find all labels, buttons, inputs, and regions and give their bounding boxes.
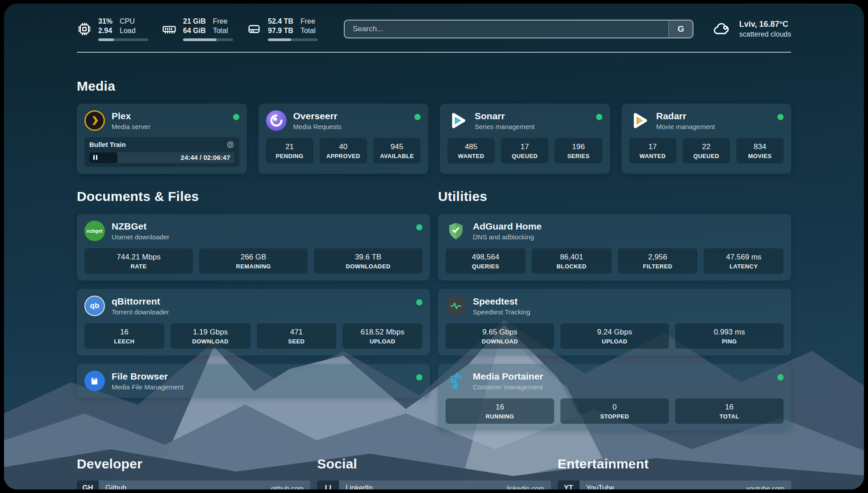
service-subtitle: Media Requests — [293, 123, 408, 130]
stat-pending: 21 PENDING — [266, 138, 313, 163]
service-subtitle: Series management — [475, 123, 589, 130]
stat-upload: 618.52 Mbps UPLOAD — [342, 323, 422, 349]
cpu-label: CPU — [120, 17, 136, 26]
search-input[interactable] — [345, 21, 668, 38]
stat-running: 16 RUNNING — [446, 398, 554, 424]
disk-total-value: 97.9 TB — [268, 26, 293, 36]
service-name: AdGuard Home — [473, 221, 784, 232]
playback-progress-bar[interactable]: 24:44 / 02:06:47 — [89, 152, 234, 163]
service-card-speedtest[interactable]: Speedtest Speedtest Tracking 9.65 Gbps D… — [438, 289, 791, 355]
section-title-entertainment: Entertainment — [558, 456, 791, 472]
disk-total-label: Total — [300, 26, 316, 36]
stat-queries: 498,564 QUERIES — [446, 248, 526, 274]
bookmark-url: youtube.com — [746, 485, 785, 489]
status-online-dot — [233, 114, 239, 120]
service-card-sonarr[interactable]: Sonarr Series management 485 WANTED 17 Q… — [440, 104, 610, 174]
bookmark-github[interactable]: GH Github github.com — [77, 480, 310, 489]
service-name: Plex — [112, 110, 226, 121]
service-card-adguard[interactable]: AdGuard Home DNS and adblocking 498,564 … — [438, 214, 791, 280]
cpu-load-value: 2.94 — [98, 26, 113, 36]
dashboard-screen: 31% 2.94 CPU Load — [4, 4, 864, 489]
ram-total-label: Total — [213, 26, 228, 36]
service-subtitle: Movie management — [656, 123, 771, 130]
status-online-dot — [416, 374, 422, 380]
stat-remaining: 266 GB REMAINING — [199, 248, 308, 274]
stat-blocked: 86,401 BLOCKED — [532, 248, 612, 274]
service-card-plex[interactable]: Plex Media server Bullet Train — [77, 104, 247, 174]
ram-labels: Free Total — [213, 17, 228, 36]
header-divider — [77, 52, 791, 53]
stat-leech: 16 LEECH — [84, 323, 164, 349]
section-title-social: Social — [317, 456, 551, 472]
service-card-nzbget[interactable]: nzbget NZBGet Usenet downloader 744.21 M… — [77, 214, 430, 280]
section-entertainment: Entertainment YT YouTube youtube.com NF … — [558, 456, 791, 489]
section-media: Media Plex Media server — [77, 79, 791, 174]
stat-movies: 834 MOVIES — [736, 138, 784, 163]
service-subtitle: DNS and adblocking — [473, 233, 784, 241]
bookmark-url: linkedin.com — [507, 485, 544, 489]
stat-downloaded: 39.6 TB DOWNLOADED — [314, 248, 422, 274]
service-name: Sonarr — [475, 110, 589, 121]
weather-condition: scattered clouds — [739, 29, 791, 39]
ram-widget: 21 GiB 64 GiB Free Total — [162, 17, 233, 41]
cpu-load-label: Load — [120, 26, 136, 36]
stat-total: 16 TOTAL — [675, 398, 784, 424]
stat-upload: 9.24 Gbps UPLOAD — [560, 323, 669, 349]
service-card-overseerr[interactable]: Overseerr Media Requests 21 PENDING 40 A… — [259, 104, 429, 174]
sonarr-icon — [447, 110, 468, 131]
service-subtitle: Speedtest Tracking — [473, 308, 784, 316]
cpu-chip-icon — [77, 21, 92, 37]
stat-wanted: 17 WANTED — [629, 138, 676, 163]
ram-icon — [162, 21, 177, 37]
status-online-dot — [777, 114, 784, 120]
stat-wanted: 485 WANTED — [447, 138, 495, 163]
plex-now-playing-panel: Bullet Train 24:44 / 02:06:47 — [84, 137, 239, 167]
section-title-utilities: Utilities — [438, 189, 791, 204]
bookmark-linkedin[interactable]: LI LinkedIn linkedin.com — [317, 480, 551, 489]
status-online-dot — [416, 224, 422, 230]
status-online-dot — [777, 374, 784, 380]
section-utilities: Utilities — [438, 189, 791, 430]
section-documents-files: Documents & Files nzbget NZBGet Usenet d… — [77, 189, 430, 430]
disk-values: 52.4 TB 97.9 TB — [268, 17, 293, 36]
ram-values: 21 GiB 64 GiB — [183, 17, 206, 36]
stat-latency: 47.569 ms LATENCY — [704, 248, 784, 274]
speedtest-pulse-icon — [446, 296, 466, 316]
disk-free-label: Free — [300, 17, 316, 26]
pause-icon[interactable] — [93, 155, 97, 160]
status-online-dot — [416, 299, 422, 305]
service-name: Radarr — [656, 110, 771, 121]
disk-progress-bar — [268, 38, 318, 41]
service-card-filebrowser[interactable]: File Browser Media File Management — [77, 364, 430, 398]
stat-stopped: 0 STOPPED — [560, 398, 669, 424]
service-name: Media Portainer — [473, 371, 771, 382]
qbittorrent-icon: qb — [84, 296, 105, 316]
weather-widget: Lviv, 16.87°C scattered clouds — [712, 19, 791, 39]
ram-free-label: Free — [213, 17, 228, 26]
search-bar[interactable]: G — [344, 20, 693, 38]
stat-seed: 471 SEED — [257, 323, 337, 349]
ram-progress-bar — [183, 38, 233, 41]
now-playing-title: Bullet Train — [89, 141, 126, 148]
bookmark-name: YouTube — [586, 484, 614, 489]
session-info-icon[interactable] — [226, 141, 234, 149]
section-title-developer: Developer — [77, 456, 310, 472]
service-card-radarr[interactable]: Radarr Movie management 17 WANTED 22 QUE… — [622, 104, 792, 174]
disk-free-value: 52.4 TB — [268, 17, 293, 26]
service-name: Overseerr — [293, 110, 408, 121]
bookmark-abbr: GH — [77, 480, 99, 489]
bookmark-name: Github — [105, 484, 126, 489]
cpu-values: 31% 2.94 — [98, 17, 113, 36]
search-engine-button[interactable]: G — [668, 21, 693, 38]
adguard-shield-icon — [446, 221, 466, 241]
status-online-dot — [414, 114, 421, 120]
stat-queued: 17 QUEUED — [501, 138, 548, 163]
filebrowser-icon — [84, 371, 105, 391]
bookmark-youtube[interactable]: YT YouTube youtube.com — [558, 480, 791, 489]
service-subtitle: Torrent downloader — [112, 308, 409, 316]
service-card-qbittorrent[interactable]: qb qBittorrent Torrent downloader 16 — [77, 289, 430, 355]
service-card-portainer[interactable]: Media Portainer Container management 16 … — [438, 364, 791, 430]
section-title-documents: Documents & Files — [77, 189, 430, 204]
cpu-progress-bar — [98, 38, 148, 41]
service-name: File Browser — [112, 371, 409, 382]
